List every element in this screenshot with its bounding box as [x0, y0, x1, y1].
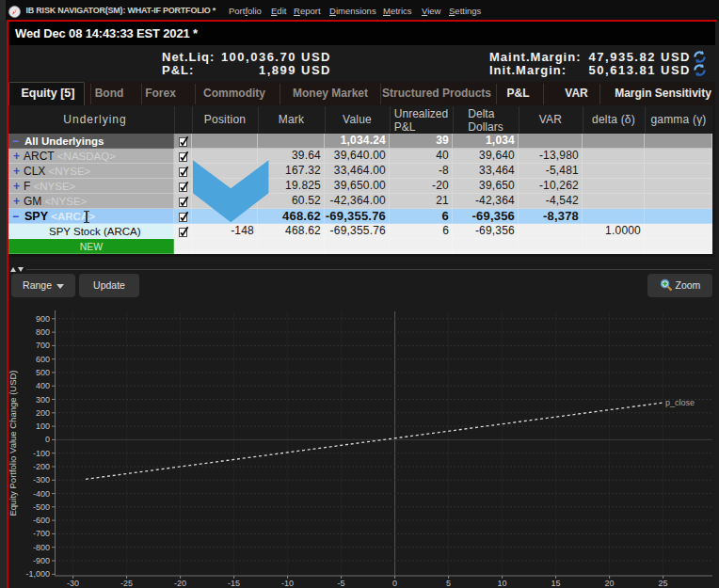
svg-text:Equity Portfolio Value Change: Equity Portfolio Value Change (USD) [8, 370, 18, 516]
svg-text:700: 700 [36, 341, 50, 350]
svg-text:20: 20 [605, 579, 615, 588]
svg-text:15: 15 [551, 579, 561, 588]
svg-text:-500: -500 [33, 502, 50, 512]
svg-text:400: 400 [36, 381, 50, 390]
svg-text:0: 0 [45, 435, 50, 444]
svg-text:500: 500 [36, 368, 50, 377]
svg-text:-5: -5 [338, 579, 345, 588]
svg-text:-10: -10 [281, 579, 294, 588]
svg-text:800: 800 [36, 327, 50, 337]
svg-text:600: 600 [36, 355, 50, 364]
svg-text:900: 900 [36, 314, 50, 324]
svg-text:p_close: p_close [665, 398, 695, 407]
svg-text:-700: -700 [33, 529, 50, 538]
svg-text:-1,000: -1,000 [25, 569, 50, 579]
svg-text:-15: -15 [228, 579, 240, 588]
svg-text:-100: -100 [33, 449, 50, 458]
svg-text:0: 0 [392, 579, 397, 588]
svg-text:5: 5 [446, 579, 451, 588]
svg-text:-200: -200 [33, 462, 50, 471]
svg-text:-300: -300 [33, 475, 50, 485]
svg-text:200: 200 [36, 408, 50, 418]
svg-text:10: 10 [498, 579, 507, 588]
svg-text:-25: -25 [120, 579, 133, 588]
svg-text:-600: -600 [33, 516, 50, 525]
svg-text:-900: -900 [33, 556, 50, 565]
svg-text:-400: -400 [33, 489, 50, 499]
svg-text:300: 300 [36, 395, 50, 405]
svg-text:-20: -20 [174, 579, 186, 588]
svg-text:-800: -800 [33, 543, 50, 552]
svg-text:100: 100 [36, 421, 50, 431]
svg-text:25: 25 [659, 579, 668, 588]
svg-text:-30: -30 [67, 579, 79, 588]
